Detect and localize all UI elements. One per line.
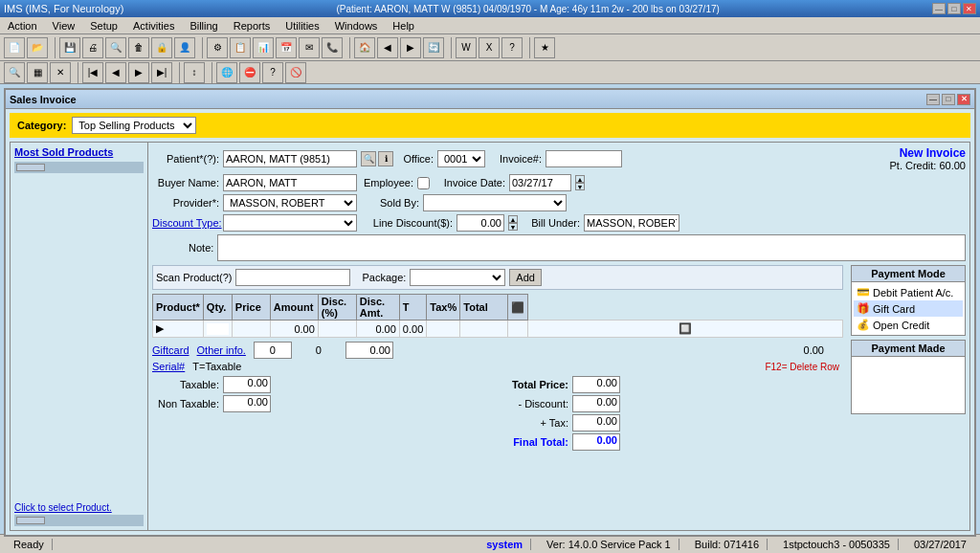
- panel-minimize[interactable]: —: [926, 94, 940, 105]
- tax-label: + Tax:: [501, 417, 568, 429]
- close-btn[interactable]: ✕: [963, 3, 976, 14]
- payment-mode-panel: Payment Mode 💳 Debit Patient A/c. 🎁 Gift…: [851, 265, 966, 526]
- tb-chart[interactable]: 📊: [253, 37, 274, 58]
- office-select[interactable]: 0001: [437, 150, 485, 167]
- tb-excel[interactable]: X: [479, 37, 500, 58]
- maximize-btn[interactable]: □: [947, 3, 961, 14]
- tb2-question[interactable]: ?: [262, 62, 283, 83]
- col-disc-amt: Disc. Amt.: [356, 295, 399, 321]
- sidebar-hscroll[interactable]: [14, 515, 144, 526]
- tb-phone[interactable]: 📞: [322, 37, 343, 58]
- discount-type-select[interactable]: [223, 214, 357, 232]
- tb-refresh[interactable]: 🔄: [423, 37, 444, 58]
- sold-by-select[interactable]: [423, 194, 567, 211]
- menu-setup[interactable]: Setup: [86, 19, 122, 33]
- date-up-btn[interactable]: ▲: [575, 175, 585, 183]
- tb2-web[interactable]: 🌐: [216, 62, 237, 83]
- tb2-search[interactable]: 🔍: [4, 62, 25, 83]
- tb-settings[interactable]: ⚙: [207, 37, 228, 58]
- menu-utilities[interactable]: Utilities: [281, 19, 323, 33]
- panel-close[interactable]: ✕: [957, 94, 970, 105]
- serial-link[interactable]: Serial#: [152, 361, 185, 372]
- patient-input[interactable]: [223, 150, 357, 167]
- tb-new[interactable]: 📄: [4, 37, 25, 58]
- cell-product[interactable]: [203, 321, 232, 338]
- sidebar-hscroll-thumb[interactable]: [16, 517, 45, 524]
- add-button[interactable]: Add: [509, 269, 542, 286]
- gift-card-option[interactable]: 🎁 Gift Card: [854, 300, 963, 317]
- menu-help[interactable]: Help: [389, 19, 418, 33]
- menu-activities[interactable]: Activities: [129, 19, 178, 33]
- menu-reports[interactable]: Reports: [230, 19, 275, 33]
- panel-maximize[interactable]: □: [942, 94, 955, 105]
- disc-down-btn[interactable]: ▼: [508, 223, 518, 231]
- total-price-label: Total Price:: [501, 379, 568, 390]
- tb-list[interactable]: 📋: [230, 37, 251, 58]
- tb2-last[interactable]: ▶|: [151, 62, 172, 83]
- tb2-stop[interactable]: ⛔: [239, 62, 260, 83]
- menu-action[interactable]: Action: [4, 19, 41, 33]
- tb2-filter[interactable]: ▦: [27, 62, 48, 83]
- discount-type-label[interactable]: Discount Type:: [152, 217, 219, 229]
- tb-back[interactable]: ◀: [377, 37, 398, 58]
- tb-help2[interactable]: ?: [501, 37, 523, 58]
- click-to-select-link[interactable]: Click to select Product.: [14, 502, 144, 513]
- minimize-btn[interactable]: —: [932, 3, 946, 14]
- patient-info-icon[interactable]: ℹ: [378, 151, 393, 166]
- note-textarea[interactable]: [217, 234, 966, 261]
- tb-misc[interactable]: ★: [534, 37, 555, 58]
- tb2-prev[interactable]: ◀: [105, 62, 126, 83]
- line-discount-input[interactable]: [457, 214, 504, 232]
- tb-forward[interactable]: ▶: [400, 37, 421, 58]
- date-down-btn[interactable]: ▼: [575, 183, 585, 190]
- sidebar-scroll[interactable]: [14, 162, 144, 173]
- buyer-input[interactable]: [223, 174, 357, 191]
- summary-amount[interactable]: [345, 342, 393, 359]
- main-area: Sales Invoice — □ ✕ Category: Top Sellin…: [0, 84, 980, 534]
- debit-patient-option[interactable]: 💳 Debit Patient A/c.: [854, 284, 963, 300]
- other-info-link[interactable]: Other info.: [197, 344, 246, 356]
- package-select[interactable]: [410, 269, 505, 286]
- tb-open[interactable]: 📂: [27, 37, 48, 58]
- invoice-input[interactable]: [546, 150, 622, 167]
- tb-delete[interactable]: 🗑: [128, 37, 149, 58]
- taxable-note: T=Taxable: [192, 361, 241, 372]
- cell-total: [508, 321, 528, 338]
- summary-qty[interactable]: [254, 342, 292, 359]
- category-select[interactable]: Top Selling Products: [72, 117, 196, 134]
- tb-print[interactable]: 🖨: [82, 37, 103, 58]
- employee-checkbox[interactable]: [417, 177, 430, 189]
- product-input[interactable]: [207, 323, 229, 335]
- status-build: Build: 071416: [687, 539, 768, 550]
- patient-search-icon[interactable]: 🔍: [361, 151, 376, 166]
- tb2-cancel[interactable]: 🚫: [285, 62, 306, 83]
- patient-icons: 🔍 ℹ: [361, 151, 393, 166]
- tb-calendar[interactable]: 📅: [276, 37, 297, 58]
- tb-mail[interactable]: ✉: [299, 37, 320, 58]
- open-credit-option[interactable]: 💰 Open Credit: [854, 317, 963, 333]
- tb-save[interactable]: 💾: [59, 37, 80, 58]
- tb-word[interactable]: W: [456, 37, 477, 58]
- tb-user[interactable]: 👤: [174, 37, 195, 58]
- giftcard-link[interactable]: Giftcard: [152, 344, 189, 356]
- bill-under-input[interactable]: [584, 214, 679, 232]
- provider-select[interactable]: MASSON, ROBERT: [223, 194, 357, 211]
- tb2-next[interactable]: ▶: [128, 62, 149, 83]
- menu-billing[interactable]: Billing: [186, 19, 221, 33]
- disc-up-btn[interactable]: ▲: [508, 215, 518, 223]
- taxable-row: Taxable: 0.00: [152, 376, 494, 393]
- tb-preview[interactable]: 🔍: [105, 37, 126, 58]
- tb-home[interactable]: 🏠: [354, 37, 375, 58]
- invoice-date-input[interactable]: [509, 174, 571, 191]
- tb2-sort[interactable]: ↕: [184, 62, 205, 83]
- tb-lock[interactable]: 🔒: [151, 37, 172, 58]
- menu-windows[interactable]: Windows: [331, 19, 382, 33]
- menu-view[interactable]: View: [49, 19, 79, 33]
- tb-sep-4: [448, 37, 452, 58]
- tb2-clear[interactable]: ✕: [50, 62, 71, 83]
- scan-input[interactable]: [235, 269, 350, 286]
- cell-icon[interactable]: 🔲: [528, 321, 843, 338]
- sidebar-scroll-thumb[interactable]: [16, 164, 45, 171]
- cell-t: [427, 321, 460, 338]
- tb2-first[interactable]: |◀: [82, 62, 103, 83]
